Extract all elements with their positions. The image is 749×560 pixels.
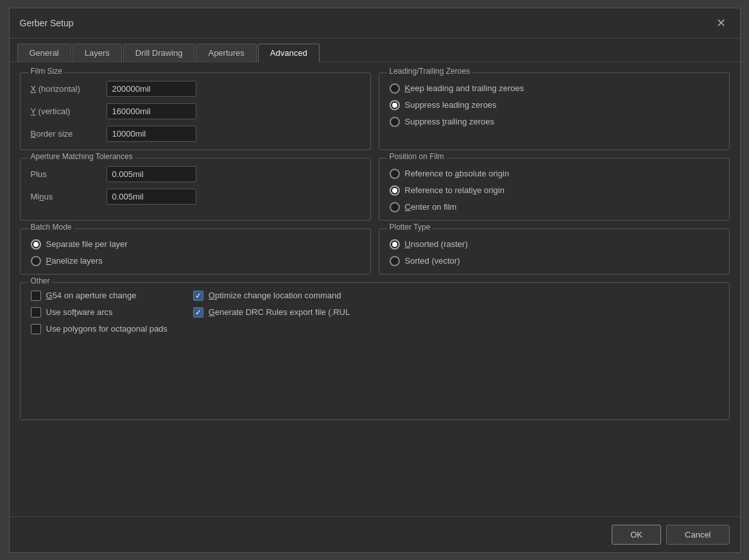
radio-absolute-origin-circle xyxy=(390,169,400,179)
radio-suppress-leading-label: Suppress leading zeroes xyxy=(405,100,497,110)
checkbox-software-arcs[interactable]: Use software arcs xyxy=(31,307,168,318)
minus-label: Minus xyxy=(31,192,101,201)
radio-relative-origin-label: Reference to relative origin xyxy=(405,185,504,195)
checkbox-optimize-location-label: Optimize change location command xyxy=(209,291,341,300)
radio-suppress-trailing-label: Suppress trailing zeroes xyxy=(405,117,495,126)
radio-unsorted-circle xyxy=(390,239,400,250)
radio-sorted-circle xyxy=(390,256,400,266)
y-input[interactable] xyxy=(107,103,196,119)
tab-general[interactable]: General xyxy=(17,44,71,62)
x-input[interactable] xyxy=(107,81,196,97)
checkbox-octagonal-pads-box xyxy=(31,324,41,334)
batch-mode-legend: Batch Mode xyxy=(28,223,74,232)
row-3: Batch Mode Separate file per layer Panel… xyxy=(20,228,730,275)
border-row: Border size xyxy=(31,126,360,142)
checkbox-g54-box xyxy=(31,291,41,301)
row-1: Film Size X (horizontal) Y (vertical) Bo… xyxy=(20,72,730,150)
tab-bar: General Layers Drill Drawing Apertures A… xyxy=(10,38,740,62)
x-label: X (horizontal) xyxy=(31,84,101,94)
minus-input[interactable] xyxy=(107,189,196,205)
other-inner: G54 on aperture change Use software arcs… xyxy=(31,291,719,334)
gerber-setup-dialog: Gerber Setup ✕ General Layers Drill Draw… xyxy=(9,8,741,553)
other-legend: Other xyxy=(28,276,53,285)
checkbox-software-arcs-box xyxy=(31,307,41,318)
radio-center-on-film-label: Center on film xyxy=(405,202,457,212)
checkbox-g54[interactable]: G54 on aperture change xyxy=(31,291,168,301)
aperture-tolerances-legend: Aperture Matching Tolerances xyxy=(28,152,135,161)
tab-advanced[interactable]: Advanced xyxy=(258,44,320,62)
checkbox-software-arcs-label: Use software arcs xyxy=(46,307,113,317)
main-content: Film Size X (horizontal) Y (vertical) Bo… xyxy=(10,62,740,516)
leading-trailing-group: Keep leading and trailing zeroes Suppres… xyxy=(390,83,719,127)
other-right-col: Optimize change location command Generat… xyxy=(193,291,350,334)
leading-trailing-legend: Leading/Trailing Zeroes xyxy=(387,67,473,76)
position-on-film-group: Reference to absolute origin Reference t… xyxy=(390,169,719,212)
radio-sorted[interactable]: Sorted (vector) xyxy=(390,256,719,266)
radio-suppress-trailing[interactable]: Suppress trailing zeroes xyxy=(390,117,719,127)
radio-relative-origin[interactable]: Reference to relative origin xyxy=(390,185,719,196)
radio-keep-zeroes-circle xyxy=(390,83,400,94)
radio-relative-origin-circle xyxy=(390,185,400,196)
checkbox-octagonal-pads-label: Use polygons for octagonal pads xyxy=(46,324,168,334)
radio-keep-zeroes-label: Keep leading and trailing zeroes xyxy=(405,83,524,93)
footer: OK Cancel xyxy=(10,516,740,552)
plus-input[interactable] xyxy=(107,166,196,182)
close-button[interactable]: ✕ xyxy=(712,15,730,31)
radio-center-on-film[interactable]: Center on film xyxy=(390,202,719,212)
x-row: X (horizontal) xyxy=(31,81,360,97)
radio-suppress-trailing-circle xyxy=(390,117,400,127)
aperture-tolerances-panel: Aperture Matching Tolerances Plus Minus xyxy=(20,158,371,221)
row-2: Aperture Matching Tolerances Plus Minus … xyxy=(20,158,730,221)
cancel-button[interactable]: Cancel xyxy=(666,525,729,545)
checkbox-optimize-location[interactable]: Optimize change location command xyxy=(193,291,350,301)
checkbox-drc-rules[interactable]: Generate DRC Rules export file (.RUL xyxy=(193,307,350,318)
radio-absolute-origin[interactable]: Reference to absolute origin xyxy=(390,169,719,179)
tab-apertures[interactable]: Apertures xyxy=(196,44,256,62)
checkbox-g54-label: G54 on aperture change xyxy=(46,291,137,300)
position-on-film-legend: Position on Film xyxy=(387,152,447,161)
radio-panelize-layers[interactable]: Panelize layers xyxy=(31,256,360,266)
minus-row: Minus xyxy=(31,189,360,205)
batch-mode-group: Separate file per layer Panelize layers xyxy=(31,239,360,266)
other-panel: Other G54 on aperture change Use softwar… xyxy=(20,282,730,421)
radio-panelize-layers-label: Panelize layers xyxy=(46,256,103,266)
ok-button[interactable]: OK xyxy=(612,525,661,545)
checkbox-drc-rules-label: Generate DRC Rules export file (.RUL xyxy=(209,307,350,317)
tab-layers[interactable]: Layers xyxy=(73,44,122,62)
y-label: Y (vertical) xyxy=(31,106,101,116)
radio-sorted-label: Sorted (vector) xyxy=(405,256,460,266)
plus-row: Plus xyxy=(31,166,360,182)
plotter-type-panel: Plotter Type Unsorted (raster) Sorted (v… xyxy=(379,228,730,275)
position-on-film-panel: Position on Film Reference to absolute o… xyxy=(379,158,730,221)
plotter-type-legend: Plotter Type xyxy=(387,223,433,232)
border-input[interactable] xyxy=(107,126,196,142)
batch-mode-panel: Batch Mode Separate file per layer Panel… xyxy=(20,228,371,275)
radio-suppress-leading[interactable]: Suppress leading zeroes xyxy=(390,100,719,110)
radio-panelize-layers-circle xyxy=(31,256,41,266)
film-size-panel: Film Size X (horizontal) Y (vertical) Bo… xyxy=(20,72,371,150)
titlebar: Gerber Setup ✕ xyxy=(10,8,740,38)
radio-suppress-leading-circle xyxy=(390,100,400,110)
radio-center-on-film-circle xyxy=(390,202,400,212)
radio-separate-file-circle xyxy=(31,239,41,250)
border-label: Border size xyxy=(31,129,101,139)
plus-label: Plus xyxy=(31,169,101,179)
radio-unsorted-label: Unsorted (raster) xyxy=(405,239,468,249)
other-left-col: G54 on aperture change Use software arcs… xyxy=(31,291,168,334)
plotter-type-group: Unsorted (raster) Sorted (vector) xyxy=(390,239,719,266)
radio-absolute-origin-label: Reference to absolute origin xyxy=(405,169,510,178)
checkbox-drc-rules-box xyxy=(193,307,203,318)
leading-trailing-panel: Leading/Trailing Zeroes Keep leading and… xyxy=(379,72,730,150)
radio-unsorted[interactable]: Unsorted (raster) xyxy=(390,239,719,250)
radio-keep-zeroes[interactable]: Keep leading and trailing zeroes xyxy=(390,83,719,94)
tab-drill-drawing[interactable]: Drill Drawing xyxy=(123,44,195,62)
radio-separate-file[interactable]: Separate file per layer xyxy=(31,239,360,250)
y-row: Y (vertical) xyxy=(31,103,360,119)
checkbox-octagonal-pads[interactable]: Use polygons for octagonal pads xyxy=(31,324,168,334)
checkbox-optimize-location-box xyxy=(193,291,203,301)
film-size-legend: Film Size xyxy=(28,67,65,76)
radio-separate-file-label: Separate file per layer xyxy=(46,239,128,249)
dialog-title: Gerber Setup xyxy=(20,18,74,28)
